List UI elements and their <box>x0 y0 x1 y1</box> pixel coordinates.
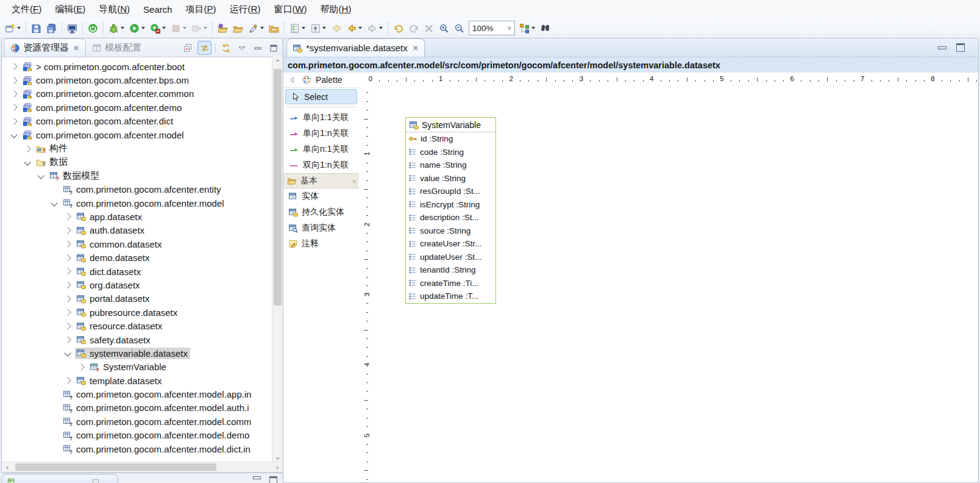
tree-item[interactable]: com.primeton.gocom.afcenter.demo <box>2 101 272 114</box>
tree-item[interactable]: pubresource.datasetx <box>2 306 272 319</box>
view-menu-button[interactable] <box>235 41 248 54</box>
save-button[interactable] <box>29 20 44 36</box>
tree-item[interactable]: ?构件 <box>2 141 272 155</box>
palette-tool-relation-3[interactable]: 单向n:1关联 <box>283 141 359 157</box>
diagram-canvas[interactable]: SystemVariable id :Stringcode :Stringnam… <box>370 84 978 482</box>
zoomin-button[interactable] <box>436 20 452 36</box>
palette-tool-relation-4[interactable]: 双向1:n关联 <box>283 157 359 173</box>
entity-field-resGroupId[interactable]: resGroupId :St... <box>406 185 495 198</box>
tree-item[interactable]: ?数据模型 <box>2 169 272 182</box>
menu-item-3[interactable]: 导航(N) <box>92 1 137 18</box>
tree-item[interactable]: ?com.primeton.gocom.afcenter.model.app.i… <box>2 387 272 401</box>
tree-item[interactable]: ?com.primeton.gocom.afcenter.model.comm <box>2 415 272 428</box>
zoomout-button[interactable] <box>452 20 467 36</box>
lastedit-button[interactable] <box>328 20 344 36</box>
expand-arrow-icon[interactable] <box>24 145 30 152</box>
dropdown-caret-icon[interactable] <box>260 27 264 29</box>
menu-item-5[interactable]: 项目(P) <box>179 1 223 18</box>
zoom-level-combo[interactable]: 100%˅ <box>469 21 515 35</box>
saveall-button[interactable] <box>44 20 59 36</box>
search-button[interactable] <box>538 20 553 36</box>
expand-arrow-icon[interactable] <box>64 377 71 384</box>
new-button[interactable] <box>2 20 23 36</box>
expand-arrow-icon[interactable] <box>10 63 17 70</box>
packagefolder-button[interactable] <box>266 20 282 36</box>
run-button[interactable] <box>127 20 147 36</box>
entity-field-updateUser[interactable]: updateUser :St... <box>406 251 495 264</box>
tree-item[interactable]: com.primeton.gocom.afcenter.model <box>2 128 272 141</box>
expand-arrow-icon[interactable] <box>77 363 84 370</box>
console-button[interactable] <box>65 20 80 36</box>
tree-item[interactable]: > com.primeton.gocom.afcenter.boot <box>2 60 272 73</box>
collapse-arrow-icon[interactable] <box>51 199 57 206</box>
scroll-down-icon[interactable]: ⌄ <box>272 453 283 461</box>
entity-field-code[interactable]: code :String <box>406 146 495 159</box>
entity-field-name[interactable]: name :String <box>406 159 495 172</box>
entity-field-createUser[interactable]: createUser :Str... <box>406 237 495 251</box>
layout-button[interactable] <box>517 20 538 36</box>
bottom-panel-tab[interactable] <box>1 474 118 483</box>
pin-icon[interactable]: « <box>352 177 355 185</box>
tree-item[interactable]: demo.datasetx <box>2 251 272 264</box>
tree-item[interactable]: com.primeton.gocom.afcenter.dict <box>2 115 272 128</box>
menu-item-8[interactable]: 帮助(H) <box>314 1 358 18</box>
tree-item[interactable]: ?数据 <box>2 156 272 169</box>
entity-field-tenantId[interactable]: tenantId :String <box>406 263 495 277</box>
scroll-right-icon[interactable]: › <box>274 462 281 472</box>
entity-field-source[interactable]: source :String <box>406 224 495 238</box>
expand-arrow-icon[interactable] <box>64 295 71 302</box>
menu-item-6[interactable]: 运行(R) <box>223 1 268 18</box>
dropdown-caret-icon[interactable] <box>379 27 383 29</box>
palette-tool-relation-2[interactable]: 单向1:n关联 <box>283 126 359 141</box>
deployfolder-button[interactable] <box>215 20 230 36</box>
expand-arrow-icon[interactable] <box>64 268 71 274</box>
dropdown-caret-icon[interactable] <box>141 27 145 29</box>
tree-item[interactable]: systemvariable.datasetx <box>2 346 272 360</box>
dropdown-caret-icon[interactable] <box>17 27 21 29</box>
redo-button[interactable] <box>406 20 421 36</box>
tree-item[interactable]: ?com.primeton.gocom.afcenter.model.auth.… <box>2 401 272 415</box>
editor-maximize-button[interactable] <box>956 43 965 52</box>
entity-systemvariable[interactable]: SystemVariable id :Stringcode :Stringnam… <box>405 117 496 304</box>
collapse-arrow-icon[interactable] <box>64 350 71 357</box>
collapse-arrow-icon[interactable] <box>24 159 30 165</box>
tree-item[interactable]: com.primeton.gocom.afcenter.bps.om <box>2 73 272 87</box>
view-tab-explorer[interactable]: 资源管理器✕ <box>4 38 86 57</box>
editor-tab-close-icon[interactable]: ✕ <box>413 44 419 52</box>
entity-field-isEncrypt[interactable]: isEncrypt :String <box>406 198 495 212</box>
upload-button[interactable] <box>308 20 328 36</box>
bottom-minimize-button[interactable] <box>253 476 261 479</box>
tree-item[interactable]: com.primeton.gocom.afcenter.common <box>2 87 272 101</box>
expand-arrow-icon[interactable] <box>10 104 17 111</box>
delete-button[interactable] <box>421 20 436 36</box>
dropdown-caret-icon[interactable] <box>358 27 362 29</box>
palette-tool-4[interactable]: 注释 <box>283 236 359 252</box>
expand-arrow-icon[interactable] <box>64 227 71 234</box>
dropdown-caret-icon[interactable] <box>183 27 186 29</box>
entity-field-createTime[interactable]: createTime :Ti... <box>406 277 495 290</box>
tree-item[interactable]: dict.datasetx <box>2 265 272 278</box>
expand-arrow-icon[interactable] <box>10 118 17 124</box>
entity-field-description[interactable]: description :St... <box>406 211 495 224</box>
collapse-arrow-icon[interactable] <box>37 173 44 179</box>
palette-group-basic[interactable]: 基本« <box>283 173 359 188</box>
menu-item-4[interactable]: Search <box>137 2 179 17</box>
coverage-button[interactable] <box>147 20 168 36</box>
tree-item[interactable]: auth.datasetx <box>2 224 272 237</box>
expand-arrow-icon[interactable] <box>64 213 71 220</box>
dropdown-caret-icon[interactable] <box>302 27 305 29</box>
stop-button[interactable] <box>168 20 189 36</box>
close-icon[interactable]: ✕ <box>73 44 79 52</box>
menu-item-7[interactable]: 窗口(W) <box>267 1 313 18</box>
expand-arrow-icon[interactable] <box>64 309 71 316</box>
tree-item[interactable]: portal.datasetx <box>2 292 272 306</box>
expand-arrow-icon[interactable] <box>64 282 71 288</box>
tree-item[interactable]: app.datasetx <box>2 210 272 223</box>
collapse-all-button[interactable] <box>182 41 194 54</box>
tree-item[interactable]: ?SystemVariable <box>2 360 272 374</box>
palette-tool-select[interactable]: Select <box>285 89 357 104</box>
palette-tool-3[interactable]: 查询实体 <box>283 220 359 236</box>
entity-field-updateTime[interactable]: updateTime :T... <box>406 290 495 303</box>
collapse-arrow-icon[interactable] <box>10 131 17 138</box>
highlighter-button[interactable] <box>246 20 266 36</box>
